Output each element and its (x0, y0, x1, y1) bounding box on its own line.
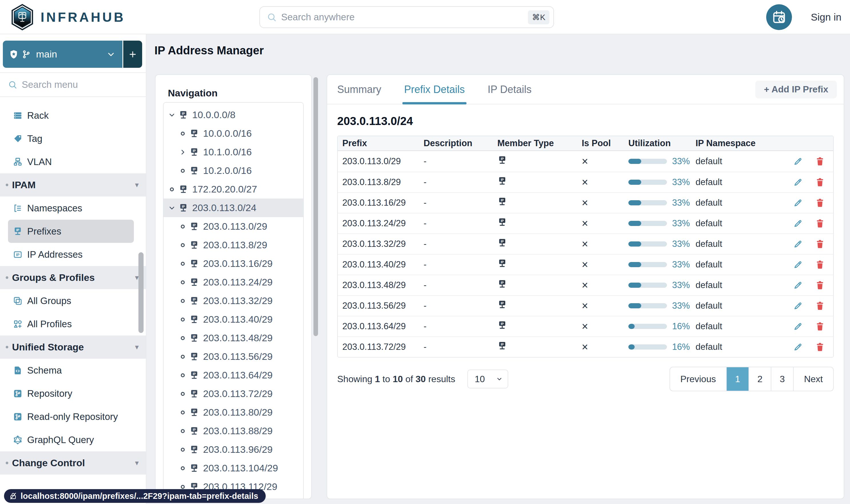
tree-item[interactable]: IP203.0.113.56/29 (164, 347, 303, 366)
sidebar-item-namespaces[interactable]: Namespaces (0, 197, 146, 220)
tree-item[interactable]: IP203.0.113.0/29 (164, 217, 303, 236)
sidebar-item-all-groups[interactable]: All Groups (0, 289, 146, 312)
sidebar-item-repository[interactable]: Repository (0, 382, 146, 405)
tree-item[interactable]: IP172.20.20.0/27 (164, 180, 303, 199)
pencil-icon[interactable] (793, 239, 803, 249)
circle-marker-icon (179, 259, 187, 268)
utilization-bar (628, 241, 667, 247)
pencil-icon[interactable] (793, 260, 803, 269)
tree-item[interactable]: IP203.0.113.104/29 (164, 459, 303, 478)
sidebar-item-ip-addresses[interactable]: IPIP Addresses (0, 243, 146, 266)
cell-prefix[interactable]: 203.0.113.8/29 (338, 177, 423, 187)
pencil-icon[interactable] (793, 157, 803, 166)
sidebar-section-change-control[interactable]: Change Control▾ (0, 451, 146, 474)
search-shortcut-badge: ⌘K (528, 10, 549, 24)
tree-item[interactable]: IP203.0.113.0/24 (164, 199, 303, 217)
trash-icon[interactable] (815, 198, 825, 208)
cell-prefix[interactable]: 203.0.113.24/29 (338, 218, 423, 229)
sidebar-item-all-profiles[interactable]: All Profiles (0, 312, 146, 336)
sidebar-item-vlan[interactable]: VLAN (0, 150, 146, 173)
sidebar-section-unified-storage[interactable]: Unified Storage▾ (0, 336, 146, 359)
trash-icon[interactable] (815, 342, 825, 352)
pencil-icon[interactable] (793, 342, 803, 352)
cell-prefix[interactable]: 203.0.113.32/29 (338, 239, 423, 249)
page-button-2[interactable]: 2 (748, 367, 771, 391)
cell-prefix[interactable]: 203.0.113.16/29 (338, 198, 423, 208)
tree-item[interactable]: IP203.0.113.80/29 (164, 403, 303, 421)
tree-item[interactable]: IP203.0.113.72/29 (164, 384, 303, 403)
cell-prefix[interactable]: 203.0.113.56/29 (338, 301, 423, 311)
tree-item[interactable]: IP203.0.113.8/29 (164, 236, 303, 254)
trash-icon[interactable] (815, 280, 825, 290)
utilization-value: 33% (672, 156, 690, 166)
add-ip-prefix-button[interactable]: + Add IP Prefix (755, 81, 837, 98)
trash-icon[interactable] (815, 301, 825, 311)
cell-prefix[interactable]: 203.0.113.72/29 (338, 342, 423, 352)
circle-marker-icon (179, 334, 187, 342)
prefix-details-panel: SummaryPrefix DetailsIP Details+ Add IP … (327, 74, 844, 499)
pencil-icon[interactable] (793, 177, 803, 187)
pencil-icon[interactable] (793, 280, 803, 290)
circle-marker-icon (179, 241, 187, 249)
page-button-3[interactable]: 3 (771, 367, 793, 391)
navigation-scrollbar[interactable] (313, 77, 318, 336)
trash-icon[interactable] (815, 156, 825, 166)
sidebar-item-tag[interactable]: Tag (0, 127, 146, 150)
page-button-previous[interactable]: Previous (670, 367, 726, 391)
tree-item[interactable]: IP203.0.113.40/29 (164, 310, 303, 329)
cell-prefix[interactable]: 203.0.113.40/29 (338, 259, 423, 270)
tree-item[interactable]: IP203.0.113.48/29 (164, 329, 303, 347)
circle-marker-icon (179, 445, 187, 454)
page-button-1[interactable]: 1 (726, 367, 748, 391)
sidebar-item-schema[interactable]: Schema (0, 359, 146, 382)
cell-prefix[interactable]: 203.0.113.64/29 (338, 321, 423, 331)
trash-icon[interactable] (815, 321, 825, 331)
sidebar-item-prefixes[interactable]: IPPrefixes (8, 220, 134, 243)
sidebar-section-groups-profiles[interactable]: Groups & Profiles▾ (0, 266, 146, 289)
tree-item[interactable]: IP203.0.113.24/29 (164, 273, 303, 291)
app-logo[interactable]: INFRAHUB (10, 3, 125, 31)
tree-item[interactable]: IP203.0.113.64/29 (164, 366, 303, 384)
pencil-icon[interactable] (793, 198, 803, 208)
menu-search-input[interactable]: Search menu (0, 72, 146, 97)
tree-item[interactable]: IP203.0.113.16/29 (164, 254, 303, 273)
svg-text:IP: IP (501, 178, 504, 181)
global-search-input[interactable]: Search anywhere ⌘K (259, 6, 554, 28)
sidebar-section-ipam[interactable]: IPAM▾ (0, 173, 146, 197)
chevron-down-icon (106, 49, 116, 59)
add-branch-button[interactable] (123, 41, 142, 68)
trash-icon[interactable] (815, 218, 825, 229)
tab-ip-details[interactable]: IP Details (488, 75, 531, 104)
tree-item[interactable]: IP10.2.0.0/16 (164, 161, 303, 180)
x-mark-icon: × (582, 279, 588, 291)
tree-item[interactable]: IP203.0.113.96/29 (164, 440, 303, 459)
plus-icon (128, 50, 138, 59)
cell-prefix[interactable]: 203.0.113.48/29 (338, 280, 423, 290)
time-travel-button[interactable] (766, 4, 792, 30)
tree-item[interactable]: IP10.0.0.0/16 (164, 124, 303, 143)
svg-text:IP: IP (193, 223, 196, 227)
tab-prefix-details[interactable]: Prefix Details (404, 75, 465, 104)
cell-member-type: IP (498, 279, 581, 291)
tree-item[interactable]: IP10.1.0.0/16 (164, 143, 303, 161)
tree-item-label: 203.0.113.40/29 (203, 314, 273, 325)
sidebar-item-rack[interactable]: Rack (0, 104, 146, 127)
sign-in-link[interactable]: Sign in (811, 12, 842, 23)
trash-icon[interactable] (815, 239, 825, 249)
page-button-next[interactable]: Next (793, 367, 833, 391)
branch-dropdown[interactable]: main (3, 41, 122, 68)
per-page-select[interactable]: 10 (467, 370, 508, 389)
sidebar-scrollbar[interactable] (139, 252, 144, 333)
pencil-icon[interactable] (793, 322, 803, 331)
pencil-icon[interactable] (793, 301, 803, 311)
tree-item[interactable]: IP10.0.0.0/8 (164, 106, 303, 124)
tab-summary[interactable]: Summary (337, 75, 381, 104)
cell-prefix[interactable]: 203.0.113.0/29 (338, 156, 423, 166)
trash-icon[interactable] (815, 259, 825, 270)
sidebar-item-read-only-repository[interactable]: Read-only Repository (0, 405, 146, 428)
tree-item[interactable]: IP203.0.113.32/29 (164, 291, 303, 310)
sidebar-item-graphql-query[interactable]: GraphQL Query (0, 428, 146, 451)
pencil-icon[interactable] (793, 218, 803, 228)
trash-icon[interactable] (815, 177, 825, 187)
tree-item[interactable]: IP203.0.113.88/29 (164, 421, 303, 440)
